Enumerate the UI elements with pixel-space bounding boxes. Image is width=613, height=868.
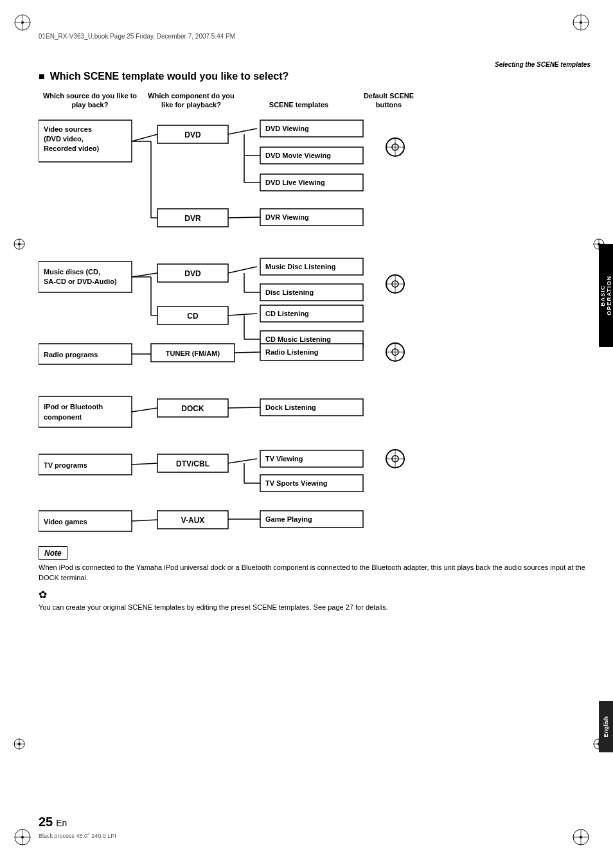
svg-text:CD Listening: CD Listening xyxy=(265,310,309,317)
svg-line-100 xyxy=(132,463,157,465)
svg-rect-36 xyxy=(39,261,132,292)
svg-text:SA-CD or DVD-Audio): SA-CD or DVD-Audio) xyxy=(44,278,117,285)
note-title: Note xyxy=(44,549,62,558)
svg-text:DVR Viewing: DVR Viewing xyxy=(265,213,309,221)
svg-text:TV Viewing: TV Viewing xyxy=(265,455,303,463)
svg-text:V-AUX: V-AUX xyxy=(181,516,205,525)
svg-text:Video games: Video games xyxy=(44,518,87,526)
svg-text:DVD Viewing: DVD Viewing xyxy=(265,125,309,132)
page-en-suffix: En xyxy=(56,818,67,828)
svg-text:DVD Movie Viewing: DVD Movie Viewing xyxy=(265,152,331,159)
heading-bullet: ■ xyxy=(39,71,45,82)
sidebar-basic-operation: BASIC OPERATION xyxy=(599,244,613,347)
svg-line-111 xyxy=(228,314,257,315)
svg-text:(DVD video,: (DVD video, xyxy=(44,135,84,143)
svg-line-116 xyxy=(228,459,257,463)
svg-text:CD: CD xyxy=(187,312,199,321)
svg-text:Dock Listening: Dock Listening xyxy=(265,403,316,411)
svg-line-101 xyxy=(132,520,157,521)
left-reg-mark xyxy=(13,238,26,252)
svg-text:DVD Live Viewing: DVD Live Viewing xyxy=(265,179,325,186)
diagram-wrapper: Video sources (DVD video, Recorded video… xyxy=(39,114,591,540)
svg-line-90 xyxy=(132,134,157,141)
col-header-2: Which component do you like for playback… xyxy=(141,91,241,110)
section-title: Which SCENE template would you like to s… xyxy=(50,71,289,82)
main-content: ■ Which SCENE template would you like to… xyxy=(39,71,591,612)
svg-text:TV Sports Viewing: TV Sports Viewing xyxy=(265,479,327,487)
svg-line-94 xyxy=(132,273,157,277)
tip-section: ✿ You can create your original SCENE tem… xyxy=(39,589,591,613)
sidebar-english: English xyxy=(599,701,613,752)
svg-line-107 xyxy=(228,217,260,218)
svg-text:CD Music Listening: CD Music Listening xyxy=(265,335,331,343)
bottom-print-info: Black process 45.0° 240.0 LPI xyxy=(39,833,116,839)
tip-text: You can create your original SCENE templ… xyxy=(39,602,591,613)
note-text: When iPod is connected to the Yamaha iPo… xyxy=(39,562,591,583)
svg-text:Music Disc Listening: Music Disc Listening xyxy=(265,263,335,270)
svg-line-108 xyxy=(228,267,257,273)
left-reg-mark2 xyxy=(13,738,26,752)
col-header-3: SCENE templates xyxy=(241,100,357,109)
corner-br xyxy=(571,828,591,849)
svg-text:Recorded video): Recorded video) xyxy=(44,145,100,152)
svg-text:TUNER (FM/AM): TUNER (FM/AM) xyxy=(166,350,220,357)
note-box: Note xyxy=(39,546,67,560)
corner-bl xyxy=(13,828,32,849)
svg-text:TV programs: TV programs xyxy=(44,461,87,469)
svg-text:Music discs (CD,: Music discs (CD, xyxy=(44,268,100,276)
svg-line-115 xyxy=(228,407,260,408)
column-headers: Which source do you like to play back? W… xyxy=(39,91,591,110)
svg-text:Radio programs: Radio programs xyxy=(44,351,98,359)
svg-text:Game Playing: Game Playing xyxy=(265,515,312,523)
svg-text:Video sources: Video sources xyxy=(44,125,92,133)
svg-line-102 xyxy=(228,128,257,134)
svg-line-99 xyxy=(132,408,157,412)
svg-rect-41 xyxy=(39,396,132,427)
svg-text:DVD: DVD xyxy=(184,130,201,139)
note-section: Note When iPod is connected to the Yamah… xyxy=(39,546,591,613)
header-file-info: 01EN_RX-V363_U.book Page 25 Friday, Dece… xyxy=(39,31,235,40)
col-header-4: Default SCENE buttons xyxy=(357,91,421,110)
page-section-label: Selecting the SCENE templates xyxy=(495,61,591,68)
svg-text:DTV/CBL: DTV/CBL xyxy=(176,459,209,468)
tip-icon: ✿ xyxy=(39,589,591,601)
svg-text:Radio Listening: Radio Listening xyxy=(265,348,319,356)
col-header-1: Which source do you like to play back? xyxy=(39,91,141,110)
svg-text:DVD: DVD xyxy=(184,269,201,278)
corner-tl xyxy=(13,13,32,34)
svg-line-114 xyxy=(235,352,260,353)
svg-text:iPod or Bluetooth: iPod or Bluetooth xyxy=(44,403,103,411)
diagram-svg: Video sources (DVD video, Recorded video… xyxy=(39,114,495,538)
svg-text:DOCK: DOCK xyxy=(181,404,204,413)
svg-text:component: component xyxy=(44,413,82,421)
section-heading: ■ Which SCENE template would you like to… xyxy=(39,71,591,82)
page-number: 25 En xyxy=(39,815,67,829)
svg-text:DVR: DVR xyxy=(184,214,201,223)
svg-text:Disc Listening: Disc Listening xyxy=(265,288,314,296)
corner-tr xyxy=(571,13,591,34)
